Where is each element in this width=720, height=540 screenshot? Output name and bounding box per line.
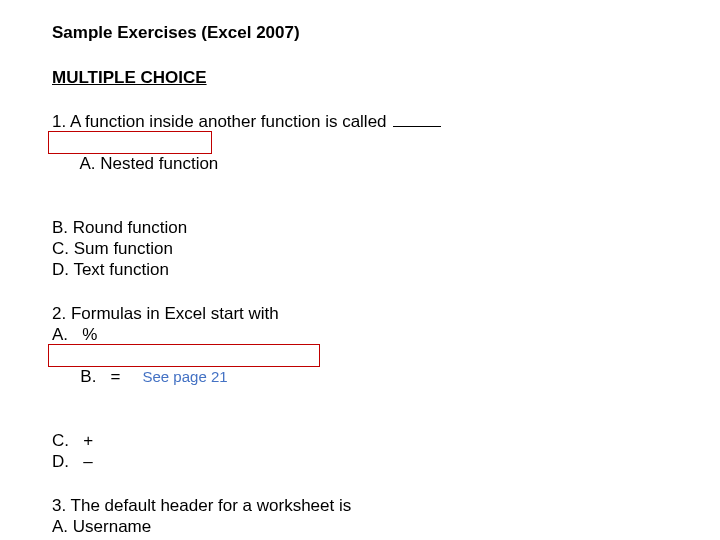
- question-2-option-c: C. +: [52, 430, 720, 451]
- question-1: 1. A function inside another function is…: [52, 111, 720, 281]
- question-2-option-b: B. =See page 21: [52, 345, 720, 430]
- question-3-option-a: A. Username: [52, 516, 720, 537]
- blank-line: [393, 126, 441, 127]
- answer-highlight-box: [48, 131, 212, 154]
- question-1-option-a: A. Nested function: [52, 132, 720, 217]
- question-3-prompt: 3. The default header for a worksheet is: [52, 495, 720, 516]
- question-1-option-c: C. Sum function: [52, 238, 720, 259]
- annotation-text: See page 21: [143, 368, 228, 385]
- question-2-option-d: D. –: [52, 451, 720, 472]
- document-page: Sample Exercises (Excel 2007) MULTIPLE C…: [0, 0, 720, 540]
- question-3: 3. The default header for a worksheet is…: [52, 495, 720, 541]
- question-1-option-b: B. Round function: [52, 217, 720, 238]
- section-heading: MULTIPLE CHOICE: [52, 67, 720, 88]
- question-1-option-d: D. Text function: [52, 259, 720, 280]
- option-text: B. =: [80, 367, 120, 386]
- question-2-option-a: A. %: [52, 324, 720, 345]
- question-2-prompt: 2. Formulas in Excel start with: [52, 303, 720, 324]
- question-1-prompt: 1. A function inside another function is…: [52, 111, 720, 132]
- answer-highlight-box: [48, 344, 320, 367]
- question-1-prompt-text: 1. A function inside another function is…: [52, 112, 391, 131]
- option-text: A. Nested function: [79, 154, 218, 173]
- page-title: Sample Exercises (Excel 2007): [52, 22, 720, 43]
- question-2: 2. Formulas in Excel start with A. % B. …: [52, 303, 720, 473]
